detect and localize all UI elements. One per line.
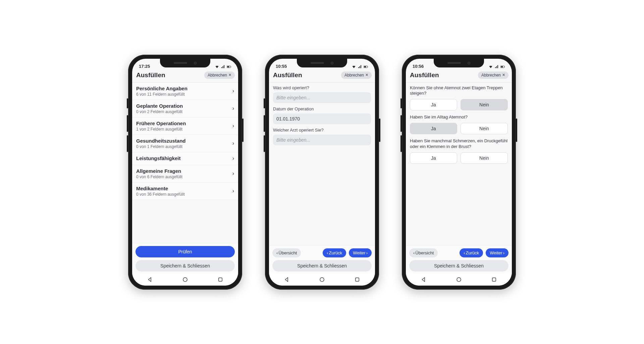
svg-rect-1 <box>227 66 229 67</box>
nav-recent-icon[interactable] <box>354 277 360 283</box>
chevron-right-icon: › <box>232 123 234 129</box>
footer: ‹ Übersicht ‹ Zurück Weiter › Speichern … <box>269 245 375 274</box>
android-nav-bar <box>132 274 238 286</box>
svg-point-8 <box>320 278 324 282</box>
nav-back-icon[interactable] <box>284 277 290 283</box>
status-time: 17:25 <box>139 64 150 69</box>
section-subtitle: 0 von 6 Feldern ausgefüllt <box>136 175 182 179</box>
section-title: Frühere Operationen <box>136 120 186 126</box>
nav-back-icon[interactable] <box>421 277 427 283</box>
next-button[interactable]: Weiter › <box>349 248 372 257</box>
battery-icon <box>500 65 505 69</box>
section-subtitle: 0 von 1 Feldern ausgefüllt <box>136 144 186 149</box>
notch <box>160 59 210 67</box>
status-icons <box>352 65 368 69</box>
nav-back-icon[interactable] <box>147 277 153 283</box>
battery-icon <box>364 65 368 69</box>
section-subtitle: 0 von 2 Feldern ausgefüllt <box>136 109 183 114</box>
signal-icon <box>221 65 225 69</box>
close-icon: ✕ <box>228 73 231 77</box>
svg-rect-2 <box>231 66 231 67</box>
back-label: Zurück <box>329 250 342 255</box>
nav-home-icon[interactable] <box>456 277 462 283</box>
chevron-left-icon: ‹ <box>464 250 465 255</box>
nav-home-icon[interactable] <box>182 277 188 283</box>
q2-no-button[interactable]: Nein <box>461 123 508 134</box>
page-title: Ausfüllen <box>410 71 439 79</box>
cancel-button[interactable]: Abbrechen ✕ <box>204 71 235 79</box>
app-header: Ausfüllen Abbrechen ✕ <box>406 69 512 83</box>
section-item-medication[interactable]: Medikamente 0 von 36 Feldern ausgefüllt … <box>132 183 238 200</box>
android-nav-bar <box>269 274 375 286</box>
section-item-personal[interactable]: Persönliche Angaben 6 von 11 Feldern aus… <box>132 83 238 100</box>
svg-rect-9 <box>356 278 359 281</box>
question-3: Haben Sie manchmal Schmerzen, ein Druckg… <box>410 138 508 150</box>
section-item-health[interactable]: Gesundheitszustand 0 von 1 Feldern ausge… <box>132 135 238 152</box>
chevron-right-icon: › <box>232 140 234 146</box>
signal-icon <box>358 65 362 69</box>
q3-yes-button[interactable]: Ja <box>410 152 457 164</box>
next-button[interactable]: Weiter › <box>486 248 508 257</box>
field-input-date[interactable]: 01.01.1970 <box>273 113 371 124</box>
svg-point-3 <box>183 278 187 282</box>
check-label: Prüfen <box>178 249 192 254</box>
back-label: Zurück <box>466 250 479 255</box>
cancel-label: Abbrechen <box>208 73 227 78</box>
phone-frame-3: 10:56 Ausfüllen Abbrechen ✕ Können Sie o… <box>402 55 516 290</box>
field-label-what: Was wird operiert? <box>273 85 371 90</box>
q1-no-button[interactable]: Nein <box>461 99 508 110</box>
section-subtitle: 1 von 2 Feldern ausgefüllt <box>136 127 186 132</box>
field-input-doctor[interactable]: Bitte eingeben... <box>273 135 371 145</box>
question-1: Können Sie ohne Atemnot zwei Etagen Trep… <box>410 85 508 97</box>
save-close-label: Speichern & Schliessen <box>160 263 210 268</box>
save-close-button[interactable]: Speichern & Schliessen <box>409 260 508 272</box>
check-button[interactable]: Prüfen <box>136 246 235 257</box>
section-title: Gesundheitszustand <box>136 138 186 144</box>
phone-frame-1: 17:25 Ausfüllen Abbrechen ✕ Persönliche … <box>128 55 242 290</box>
svg-rect-7 <box>368 66 368 67</box>
back-button[interactable]: ‹ Zurück <box>323 248 346 257</box>
section-item-performance[interactable]: Leistungsfähigkeit › <box>132 152 238 165</box>
app-header: Ausfüllen Abbrechen ✕ <box>132 69 238 83</box>
nav-home-icon[interactable] <box>319 277 325 283</box>
page-title: Ausfüllen <box>273 71 302 79</box>
nav-recent-icon[interactable] <box>217 277 223 283</box>
status-icons <box>488 65 505 69</box>
notch <box>297 59 347 67</box>
form-content: Was wird operiert? Bitte eingeben... Dat… <box>269 83 375 245</box>
section-item-general[interactable]: Allgemeine Fragen 0 von 6 Feldern ausgef… <box>132 165 238 183</box>
chevron-right-icon: › <box>232 88 234 94</box>
overview-button[interactable]: ‹ Übersicht <box>272 248 301 257</box>
svg-rect-12 <box>504 66 505 67</box>
battery-icon <box>227 65 231 69</box>
field-input-what[interactable]: Bitte eingeben... <box>273 92 371 103</box>
section-item-past-ops[interactable]: Frühere Operationen 1 von 2 Feldern ausg… <box>132 117 238 135</box>
svg-rect-4 <box>219 278 222 281</box>
sections-list: Persönliche Angaben 6 von 11 Feldern aus… <box>132 83 238 243</box>
nav-recent-icon[interactable] <box>491 277 497 283</box>
section-title: Leistungsfähigkeit <box>136 155 181 161</box>
close-icon: ✕ <box>365 73 368 77</box>
field-label-date: Datum der Operation <box>273 106 371 111</box>
cancel-label: Abbrechen <box>481 73 501 78</box>
q3-no-button[interactable]: Nein <box>461 152 508 164</box>
section-title: Persönliche Angaben <box>136 86 187 91</box>
save-close-button[interactable]: Speichern & Schliessen <box>272 260 372 272</box>
status-time: 10:56 <box>413 64 424 69</box>
q2-yes-button[interactable]: Ja <box>410 123 457 134</box>
phone-frame-2: 10:55 Ausfüllen Abbrechen ✕ Was wird ope… <box>265 55 379 290</box>
cancel-button[interactable]: Abbrechen ✕ <box>478 71 508 79</box>
section-subtitle: 6 von 11 Feldern ausgefüllt <box>136 92 187 97</box>
section-item-planned-op[interactable]: Geplante Operation 0 von 2 Feldern ausge… <box>132 100 238 117</box>
q1-yes-button[interactable]: Ja <box>410 99 457 110</box>
svg-rect-14 <box>492 278 496 281</box>
wifi-icon <box>215 65 219 69</box>
save-close-button[interactable]: Speichern & Schliessen <box>136 260 235 272</box>
wifi-icon <box>352 65 356 69</box>
questions-content: Können Sie ohne Atemnot zwei Etagen Trep… <box>406 83 512 245</box>
close-icon: ✕ <box>502 73 505 77</box>
overview-button[interactable]: ‹ Übersicht <box>409 248 438 257</box>
chevron-right-icon: › <box>232 170 234 177</box>
back-button[interactable]: ‹ Zurück <box>460 248 483 257</box>
cancel-button[interactable]: Abbrechen ✕ <box>341 71 372 79</box>
